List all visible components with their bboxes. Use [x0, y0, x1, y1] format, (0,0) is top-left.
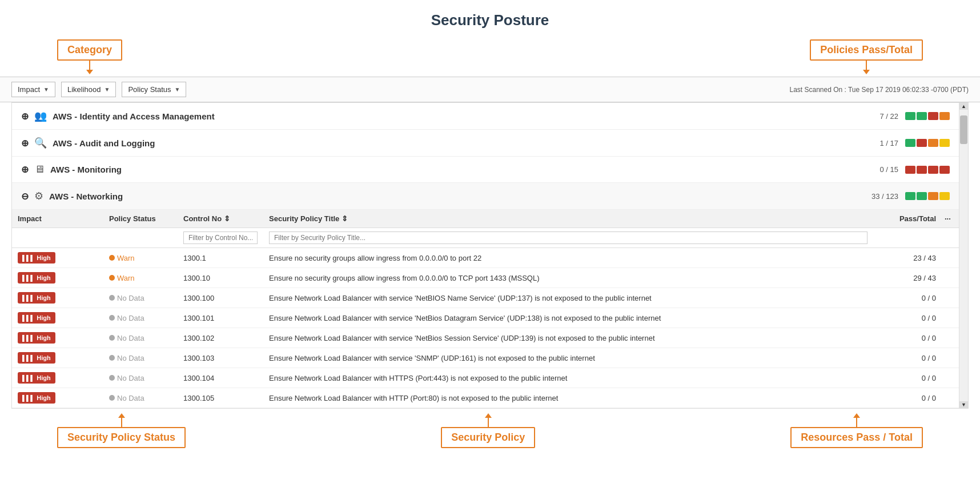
cell-impact: ▌▌▌ High	[12, 312, 103, 324]
bar-chart-icon: ▌▌▌	[22, 375, 34, 381]
status-warn: Warn	[109, 274, 172, 282]
cat-icon-iam: 👥	[34, 110, 47, 122]
cell-control-no: 1300.104	[178, 374, 263, 382]
table-row[interactable]: ▌▌▌ High Warn 1300.10 Ensure no security…	[12, 268, 959, 288]
cat-name-monitoring: AWS - Monitoring	[50, 165, 864, 174]
table-filter-row	[12, 228, 959, 248]
warn-dot-icon	[109, 275, 115, 281]
bar-chart-icon: ▌▌▌	[22, 275, 34, 281]
policy-status-caret-icon: ▼	[175, 86, 180, 93]
table-row[interactable]: ▌▌▌ High No Data 1300.105 Ensure Network…	[12, 388, 959, 408]
cell-impact: ▌▌▌ High	[12, 392, 103, 404]
cat-toggle-audit[interactable]: ⊕	[21, 138, 29, 149]
resources-pass-total-annotation: Resources Pass / Total	[790, 413, 923, 448]
cat-toggle-monitoring[interactable]: ⊕	[21, 164, 29, 175]
cell-pass-total: 23 / 43	[873, 254, 942, 262]
cell-pass-total: 0 / 0	[873, 374, 942, 382]
scroll-down-btn[interactable]: ▼	[959, 401, 968, 408]
bottom-annotations: Security Policy Status Security Policy R…	[11, 409, 969, 448]
cell-control-no: 1300.101	[178, 314, 263, 322]
scroll-thumb[interactable]	[960, 115, 967, 144]
category-annotation: Category	[57, 39, 122, 74]
th-pass-total: Pass/Total	[873, 214, 942, 223]
cell-pass-total: 29 / 43	[873, 274, 942, 282]
table-row[interactable]: ▌▌▌ High No Data 1300.104 Ensure Network…	[12, 368, 959, 388]
category-row-audit[interactable]: ⊕ 🔍 AWS - Audit and Logging 1 / 17	[12, 130, 959, 157]
th-more: ···	[942, 214, 959, 223]
cat-icon-monitoring: 🖥	[34, 163, 45, 175]
status-nodata: No Data	[109, 354, 172, 362]
nodata-dot-icon	[109, 355, 115, 361]
cat-right-monitoring: 0 / 15	[864, 165, 950, 174]
table-row[interactable]: ▌▌▌ High No Data 1300.102 Ensure Network…	[12, 328, 959, 348]
nodata-dot-icon	[109, 335, 115, 341]
table-row[interactable]: ▌▌▌ High Warn 1300.1 Ensure no security …	[12, 248, 959, 268]
cell-policy-title: Ensure no security groups allow ingress …	[263, 254, 873, 262]
cat-right-iam: 7 / 22	[864, 112, 950, 121]
impact-filter[interactable]: Impact ▼	[11, 82, 55, 97]
cell-status: Warn	[103, 254, 178, 262]
cell-impact: ▌▌▌ High	[12, 352, 103, 364]
cell-pass-total: 0 / 0	[873, 294, 942, 302]
table-row[interactable]: ▌▌▌ High No Data 1300.101 Ensure Network…	[12, 308, 959, 328]
status-nodata: No Data	[109, 394, 172, 402]
cat-toggle-iam[interactable]: ⊕	[21, 111, 29, 122]
bar-chart-icon: ▌▌▌	[22, 255, 34, 261]
page-title: Security Posture	[0, 11, 980, 29]
cat-count-monitoring: 0 / 15	[864, 165, 898, 174]
status-nodata: No Data	[109, 374, 172, 382]
expanded-table: Impact Policy Status Control No ⇕ Securi…	[12, 210, 959, 408]
cat-progress-iam	[905, 112, 950, 120]
cell-status: No Data	[103, 394, 178, 402]
cell-pass-total: 0 / 0	[873, 394, 942, 402]
warn-dot-icon	[109, 255, 115, 261]
table-row[interactable]: ▌▌▌ High No Data 1300.100 Ensure Network…	[12, 288, 959, 308]
cell-policy-title: Ensure Network Load Balancer with HTTP (…	[263, 394, 873, 402]
cat-count-audit: 1 / 17	[864, 139, 898, 147]
cell-policy-title: Ensure Network Load Balancer with servic…	[263, 294, 873, 302]
cell-impact: ▌▌▌ High	[12, 292, 103, 304]
title-filter-input[interactable]	[269, 231, 867, 244]
page-wrapper: Security Posture Category Policies Pass/…	[0, 0, 980, 487]
bar-chart-icon: ▌▌▌	[22, 395, 34, 401]
category-row-monitoring[interactable]: ⊕ 🖥 AWS - Monitoring 0 / 15	[12, 157, 959, 183]
category-row-networking[interactable]: ⊖ ⚙ AWS - Networking 33 / 123	[12, 183, 959, 210]
status-warn: Warn	[109, 254, 172, 262]
cat-count-iam: 7 / 22	[864, 112, 898, 121]
table-row[interactable]: ▌▌▌ High No Data 1300.103 Ensure Network…	[12, 348, 959, 368]
control-filter-input[interactable]	[183, 231, 258, 244]
cell-pass-total: 0 / 0	[873, 334, 942, 342]
scroll-up-btn[interactable]: ▲	[959, 103, 968, 110]
cell-policy-title: Ensure Network Load Balancer with HTTPS …	[263, 374, 873, 382]
nodata-dot-icon	[109, 295, 115, 301]
impact-badge: ▌▌▌ High	[18, 352, 55, 364]
cat-progress-networking	[905, 192, 950, 200]
cell-control-no: 1300.105	[178, 394, 263, 402]
main-content: ⊕ 👥 AWS - Identity and Access Management…	[11, 102, 969, 409]
bar-chart-icon: ▌▌▌	[22, 295, 34, 301]
table-header: Impact Policy Status Control No ⇕ Securi…	[12, 210, 959, 228]
cell-control-no: 1300.100	[178, 294, 263, 302]
likelihood-caret-icon: ▼	[104, 86, 110, 93]
cell-status: No Data	[103, 334, 178, 342]
cell-pass-total: 0 / 0	[873, 314, 942, 322]
impact-badge: ▌▌▌ High	[18, 392, 55, 404]
likelihood-filter[interactable]: Likelihood ▼	[61, 82, 116, 97]
data-rows-container: ▌▌▌ High Warn 1300.1 Ensure no security …	[12, 248, 959, 408]
cat-toggle-networking[interactable]: ⊖	[21, 191, 29, 202]
cell-impact: ▌▌▌ High	[12, 332, 103, 344]
cell-policy-title: Ensure Network Load Balancer with servic…	[263, 354, 873, 362]
scrollbar[interactable]: ▲ ▼	[959, 103, 968, 408]
cat-name-networking: AWS - Networking	[49, 191, 864, 201]
filter-bar: Impact ▼ Likelihood ▼ Policy Status ▼ La…	[0, 77, 980, 102]
policy-status-filter[interactable]: Policy Status ▼	[122, 82, 186, 97]
cell-impact: ▌▌▌ High	[12, 372, 103, 384]
cell-control-no: 1300.1	[178, 254, 263, 262]
category-row-iam[interactable]: ⊕ 👥 AWS - Identity and Access Management…	[12, 103, 959, 130]
cell-impact: ▌▌▌ High	[12, 272, 103, 284]
cell-status: No Data	[103, 354, 178, 362]
impact-caret-icon: ▼	[43, 86, 49, 93]
impact-badge: ▌▌▌ High	[18, 312, 55, 324]
nodata-dot-icon	[109, 315, 115, 321]
th-policy-status: Policy Status	[103, 214, 178, 223]
